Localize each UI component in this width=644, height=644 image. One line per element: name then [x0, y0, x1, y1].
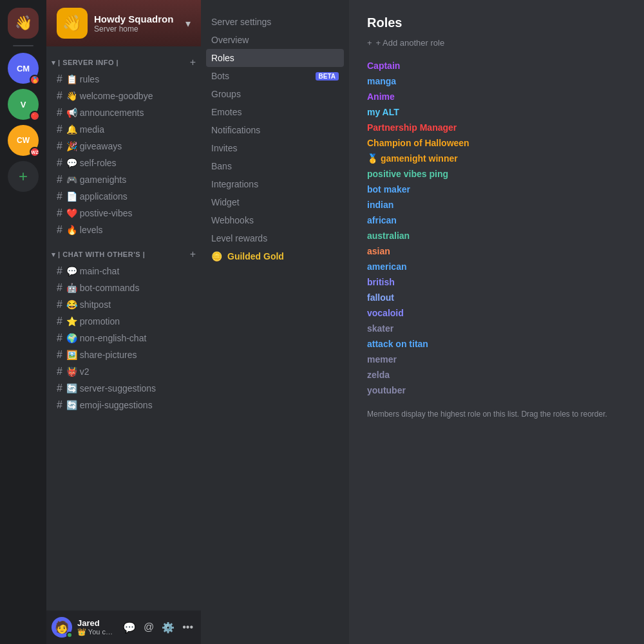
- role-youtuber[interactable]: youtuber: [367, 383, 626, 398]
- channel-server-suggestions[interactable]: #🔄 server-suggestions: [52, 380, 196, 397]
- channel-promotion[interactable]: #⭐ promotion: [52, 313, 196, 330]
- channel-non-english-chat[interactable]: #🌍 non-english-chat: [52, 330, 196, 346]
- settings-nav: Server settings Overview Roles Bots BETA…: [201, 0, 349, 644]
- current-server-icon[interactable]: 👋: [8, 8, 39, 39]
- hash-icon: #: [57, 349, 62, 361]
- server-icon-list: 👋 CM 🏅 V 🔴 CW WZ +: [0, 0, 46, 644]
- chat-button[interactable]: 💬: [120, 619, 138, 636]
- role-fallout[interactable]: fallout: [367, 290, 626, 305]
- channel-emoji-suggestions[interactable]: #🔄 emoji-suggestions: [52, 397, 196, 413]
- role-positive-vibes-ping[interactable]: positive vibes ping: [367, 166, 626, 182]
- settings-nav-label: Invites: [211, 143, 237, 153]
- hash-icon: #: [57, 265, 62, 277]
- hash-icon: #: [57, 366, 62, 377]
- user-avatar: 🧑: [52, 617, 72, 638]
- server-name: Howdy Squadron: [94, 14, 173, 24]
- username: Jared: [77, 618, 115, 628]
- server-header[interactable]: 👋 Howdy Squadron Server home ▾: [46, 0, 201, 46]
- settings-nav-webhooks[interactable]: Webhooks: [206, 211, 344, 229]
- channel-self-roles[interactable]: #💬 self-roles: [52, 155, 196, 171]
- user-info: Jared 👑 You come again...: [77, 618, 115, 636]
- channel-sidebar: 👋 Howdy Squadron Server home ▾ ▾ | Serve…: [46, 0, 201, 644]
- settings-nav-bans[interactable]: Bans: [206, 157, 344, 175]
- role-zelda[interactable]: zelda: [367, 367, 626, 383]
- category-chat[interactable]: ▾ | Chat With other's | +: [46, 238, 201, 263]
- hash-icon: #: [57, 207, 62, 219]
- settings-nav-label: Roles: [211, 53, 234, 63]
- hash-icon: #: [57, 282, 62, 294]
- more-button[interactable]: •••: [180, 619, 196, 636]
- settings-nav-bots[interactable]: Bots BETA: [206, 67, 344, 85]
- role-american[interactable]: american: [367, 259, 626, 274]
- user-actions: 💬 @ ⚙️ •••: [120, 619, 196, 636]
- server-info: Howdy Squadron Server home: [94, 14, 173, 33]
- user-area: 🧑 Jared 👑 You come again... 💬 @ ⚙️ •••: [46, 611, 201, 644]
- plus-icon: +: [367, 38, 372, 48]
- server-badge: WZ: [30, 147, 40, 157]
- role-champion-of-halloween[interactable]: Champion of Halloween: [367, 135, 626, 151]
- role-british[interactable]: british: [367, 274, 626, 290]
- settings-nav-overview[interactable]: Overview: [206, 31, 344, 49]
- settings-nav-server-settings[interactable]: Server settings: [206, 13, 344, 31]
- settings-nav-label: Overview: [211, 35, 249, 45]
- role-memer[interactable]: memer: [367, 352, 626, 367]
- channel-applications[interactable]: #📄 applications: [52, 188, 196, 205]
- role-partnership-manager[interactable]: Partnership Manager: [367, 120, 626, 135]
- category-add-button[interactable]: +: [190, 249, 196, 260]
- hash-icon: #: [57, 191, 62, 202]
- add-server-button[interactable]: +: [8, 161, 39, 192]
- role-anime[interactable]: Anime: [367, 89, 626, 104]
- guilded-gold-emoji: 🪙: [211, 251, 222, 261]
- settings-nav-notifications[interactable]: Notifications: [206, 121, 344, 139]
- category-add-button[interactable]: +: [190, 57, 196, 68]
- server-icon-v[interactable]: V 🔴: [8, 89, 39, 120]
- role-australian[interactable]: australian: [367, 228, 626, 243]
- channel-v2[interactable]: #👹 v2: [52, 363, 196, 380]
- settings-nav-emotes[interactable]: Emotes: [206, 103, 344, 121]
- settings-nav-label: Notifications: [211, 125, 260, 135]
- settings-nav-widget[interactable]: Widget: [206, 193, 344, 211]
- channel-gamenights[interactable]: #🎮 gamenights: [52, 171, 196, 188]
- category-server-info[interactable]: ▾ | Server Info | +: [46, 46, 201, 71]
- role-african[interactable]: african: [367, 213, 626, 228]
- role-attack-on-titan[interactable]: attack on titan: [367, 336, 626, 352]
- role-indian[interactable]: indian: [367, 197, 626, 213]
- channel-announcements[interactable]: #📢 announcements: [52, 104, 196, 121]
- server-icon-cw[interactable]: CW WZ: [8, 125, 39, 156]
- role-gamenight-winner[interactable]: 🥇 gamenight winner: [367, 151, 626, 166]
- channel-rules[interactable]: #📋 rules: [52, 71, 196, 88]
- settings-nav-invites[interactable]: Invites: [206, 139, 344, 157]
- role-asian[interactable]: asian: [367, 243, 626, 259]
- settings-nav-label: Webhooks: [211, 215, 254, 225]
- channel-bot-commands[interactable]: #🤖 bot-commands: [52, 279, 196, 296]
- role-vocaloid[interactable]: vocaloid: [367, 305, 626, 321]
- channel-levels[interactable]: #🔥 levels: [52, 222, 196, 238]
- guilded-gold-item[interactable]: 🪙 Guilded Gold: [206, 247, 344, 265]
- channel-shitpost[interactable]: #😂 shitpost: [52, 296, 196, 313]
- settings-nav-roles[interactable]: Roles: [206, 49, 344, 67]
- channel-main-chat[interactable]: #💬 main-chat: [52, 263, 196, 279]
- role-my-alt[interactable]: my ALT: [367, 104, 626, 120]
- settings-nav-groups[interactable]: Groups: [206, 85, 344, 103]
- settings-button[interactable]: ⚙️: [159, 619, 177, 636]
- hash-icon: #: [57, 383, 62, 394]
- hash-icon: #: [57, 332, 62, 344]
- role-bot-maker[interactable]: bot maker: [367, 182, 626, 197]
- roles-title: Roles: [367, 15, 626, 30]
- role-captain[interactable]: Captain: [367, 58, 626, 73]
- server-header-left: 👋 Howdy Squadron Server home: [57, 8, 173, 39]
- channel-postive-vibes[interactable]: #❤️ postive-vibes: [52, 205, 196, 222]
- add-role-button[interactable]: + + Add another role: [367, 38, 626, 48]
- settings-nav-integrations[interactable]: Integrations: [206, 175, 344, 193]
- server-icon-cm[interactable]: CM 🏅: [8, 53, 39, 84]
- hash-icon: #: [57, 140, 62, 152]
- channel-giveaways[interactable]: #🎉 giveaways: [52, 138, 196, 155]
- channel-share-pictures[interactable]: #🖼️ share-pictures: [52, 346, 196, 363]
- role-skater[interactable]: skater: [367, 321, 626, 336]
- hash-icon: #: [57, 316, 62, 327]
- channel-welcome-goodbye[interactable]: #👋 welcome-goodbye: [52, 88, 196, 104]
- mention-button[interactable]: @: [141, 619, 156, 636]
- channel-media[interactable]: #🔔 media: [52, 121, 196, 138]
- settings-nav-level-rewards[interactable]: Level rewards: [206, 229, 344, 247]
- role-manga[interactable]: manga: [367, 73, 626, 89]
